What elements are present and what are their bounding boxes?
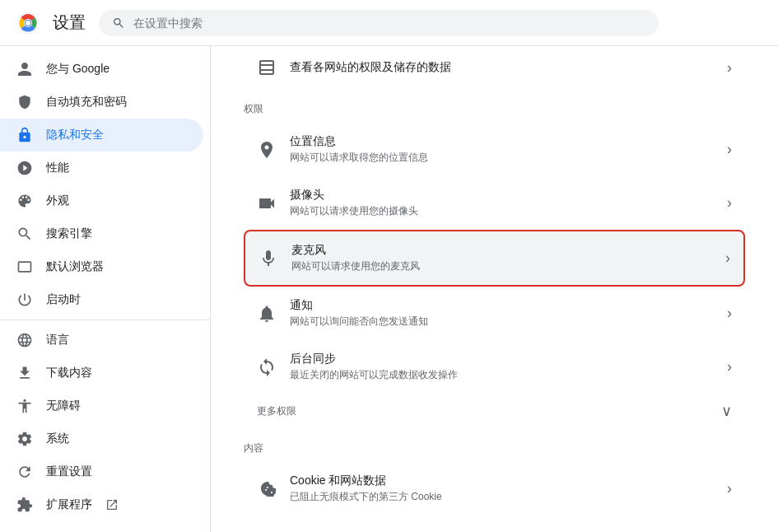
chevron-right-icon: › xyxy=(727,59,732,77)
extension-icon xyxy=(16,497,33,513)
main-content: 查看各网站的权限及储存的数据 › 权限 位置信息 网站可以请求取得您的位置信息 … xyxy=(211,46,778,532)
sidebar-label-autofill: 自动填充和密码 xyxy=(46,95,127,110)
sidebar-divider xyxy=(0,320,210,320)
sidebar-label-privacy: 隐私和安全 xyxy=(46,128,104,142)
search-icon xyxy=(112,16,125,30)
notifications-subtitle: 网站可以询问能否向您发送通知 xyxy=(290,315,714,329)
sidebar-item-privacy[interactable]: 隐私和安全 xyxy=(0,119,203,152)
shield-icon xyxy=(16,94,33,110)
site-permissions-content: 查看各网站的权限及储存的数据 xyxy=(290,60,714,75)
microphone-subtitle: 网站可以请求使用您的麦克风 xyxy=(291,259,712,273)
microphone-icon xyxy=(259,249,278,268)
chrome-logo-icon xyxy=(16,12,40,35)
chevron-down-icon: ∨ xyxy=(721,402,732,420)
site-permissions-title: 查看各网站的权限及储存的数据 xyxy=(290,60,714,75)
location-content: 位置信息 网站可以请求取得您的位置信息 xyxy=(290,134,714,165)
sidebar-item-system[interactable]: 系统 xyxy=(0,422,203,455)
background-sync-arrow-icon: › xyxy=(727,358,732,376)
power-icon xyxy=(16,292,33,308)
search-bar[interactable] xyxy=(99,10,659,36)
background-sync-title: 后台同步 xyxy=(290,352,714,366)
notifications-content: 通知 网站可以询问能否向您发送通知 xyxy=(290,298,714,329)
app-header: 设置 xyxy=(0,0,778,46)
sidebar-label-google: 您与 Google xyxy=(46,62,109,77)
svg-point-3 xyxy=(26,21,30,26)
sidebar-label-downloads: 下载内容 xyxy=(46,366,92,380)
main-layout: 您与 Google 自动填充和密码 隐私和安全 性能 xyxy=(0,46,778,532)
sidebar-item-extensions[interactable]: 扩展程序 xyxy=(0,488,203,521)
notifications-icon xyxy=(257,304,277,324)
sidebar-item-appearance[interactable]: 外观 xyxy=(0,184,203,217)
notifications-arrow-icon: › xyxy=(727,305,732,322)
sidebar-label-extensions: 扩展程序 xyxy=(46,497,92,512)
sidebar-item-browser[interactable]: 默认浏览器 xyxy=(0,250,203,283)
sidebar: 您与 Google 自动填充和密码 隐私和安全 性能 xyxy=(0,46,211,532)
background-sync-subtitle: 最近关闭的网站可以完成数据收发操作 xyxy=(290,368,714,382)
camera-arrow-icon: › xyxy=(727,194,732,212)
sidebar-label-appearance: 外观 xyxy=(46,194,69,208)
background-sync-item[interactable]: 后台同步 最近关闭的网站可以完成数据收发操作 › xyxy=(244,340,745,394)
language-icon xyxy=(16,332,33,348)
sidebar-item-autofill[interactable]: 自动填充和密码 xyxy=(0,86,203,119)
camera-item[interactable]: 摄像头 网站可以请求使用您的摄像头 › xyxy=(244,176,745,230)
site-permissions-item[interactable]: 查看各网站的权限及储存的数据 › xyxy=(244,46,745,89)
permissions-header: 权限 xyxy=(244,89,745,123)
location-icon xyxy=(257,140,277,160)
person-icon xyxy=(16,61,33,77)
sidebar-label-browser: 默认浏览器 xyxy=(46,259,104,274)
background-sync-content: 后台同步 最近关闭的网站可以完成数据收发操作 xyxy=(290,352,714,382)
sidebar-item-google[interactable]: 您与 Google xyxy=(0,53,203,86)
more-permissions-title: 更多权限 xyxy=(257,404,708,418)
sidebar-item-startup[interactable]: 启动时 xyxy=(0,283,203,316)
reset-icon xyxy=(16,464,33,480)
sidebar-label-accessibility: 无障碍 xyxy=(46,399,81,413)
sidebar-label-reset: 重置设置 xyxy=(46,464,92,479)
notifications-title: 通知 xyxy=(290,298,714,313)
microphone-title: 麦克风 xyxy=(291,243,712,258)
more-permissions-content: 更多权限 xyxy=(257,404,708,418)
settings-icon xyxy=(16,431,33,447)
cookies-item[interactable]: Cookie 和网站数据 已阻止无痕模式下的第三方 Cookie › xyxy=(244,462,745,516)
sync-icon xyxy=(257,357,277,377)
camera-icon xyxy=(257,194,277,213)
more-permissions-item[interactable]: 更多权限 ∨ xyxy=(244,394,745,428)
sidebar-label-performance: 性能 xyxy=(46,161,69,175)
location-subtitle: 网站可以请求取得您的位置信息 xyxy=(290,151,714,165)
camera-content: 摄像头 网站可以请求使用您的摄像头 xyxy=(290,188,714,218)
microphone-arrow-icon: › xyxy=(725,250,730,267)
sidebar-label-search: 搜索引擎 xyxy=(46,226,92,241)
search-sidebar-icon xyxy=(16,226,33,242)
search-input[interactable] xyxy=(133,16,645,30)
cookie-icon xyxy=(257,479,277,499)
cookies-title: Cookie 和网站数据 xyxy=(290,474,714,488)
location-arrow-icon: › xyxy=(727,141,732,158)
cookies-content: Cookie 和网站数据 已阻止无痕模式下的第三方 Cookie xyxy=(290,474,714,504)
location-title: 位置信息 xyxy=(290,134,714,149)
speed-icon xyxy=(16,160,33,176)
sidebar-item-performance[interactable]: 性能 xyxy=(0,152,203,184)
location-item[interactable]: 位置信息 网站可以请求取得您的位置信息 › xyxy=(244,123,745,176)
sidebar-label-language: 语言 xyxy=(46,333,69,348)
sidebar-label-startup: 启动时 xyxy=(46,292,81,307)
camera-subtitle: 网站可以请求使用您的摄像头 xyxy=(290,204,714,218)
cookies-arrow-icon: › xyxy=(727,480,732,497)
microphone-item[interactable]: 麦克风 网站可以请求使用您的麦克风 › xyxy=(244,230,745,287)
cookies-subtitle: 已阻止无痕模式下的第三方 Cookie xyxy=(290,490,714,504)
lock-icon xyxy=(16,127,33,143)
accessibility-icon xyxy=(16,398,33,414)
camera-title: 摄像头 xyxy=(290,188,714,203)
page-title: 设置 xyxy=(53,12,86,34)
sidebar-item-search[interactable]: 搜索引擎 xyxy=(0,217,203,250)
storage-icon xyxy=(257,58,277,77)
microphone-content: 麦克风 网站可以请求使用您的麦克风 xyxy=(291,243,712,273)
browser-icon xyxy=(16,259,33,275)
notifications-item[interactable]: 通知 网站可以询问能否向您发送通知 › xyxy=(244,287,745,340)
external-link-icon xyxy=(105,498,119,511)
palette-icon xyxy=(16,193,33,209)
sidebar-item-accessibility[interactable]: 无障碍 xyxy=(0,390,203,422)
sidebar-item-downloads[interactable]: 下载内容 xyxy=(0,357,203,390)
sidebar-item-language[interactable]: 语言 xyxy=(0,324,203,357)
sidebar-item-reset[interactable]: 重置设置 xyxy=(0,455,203,488)
sidebar-label-system: 系统 xyxy=(46,432,69,446)
download-icon xyxy=(16,365,33,381)
